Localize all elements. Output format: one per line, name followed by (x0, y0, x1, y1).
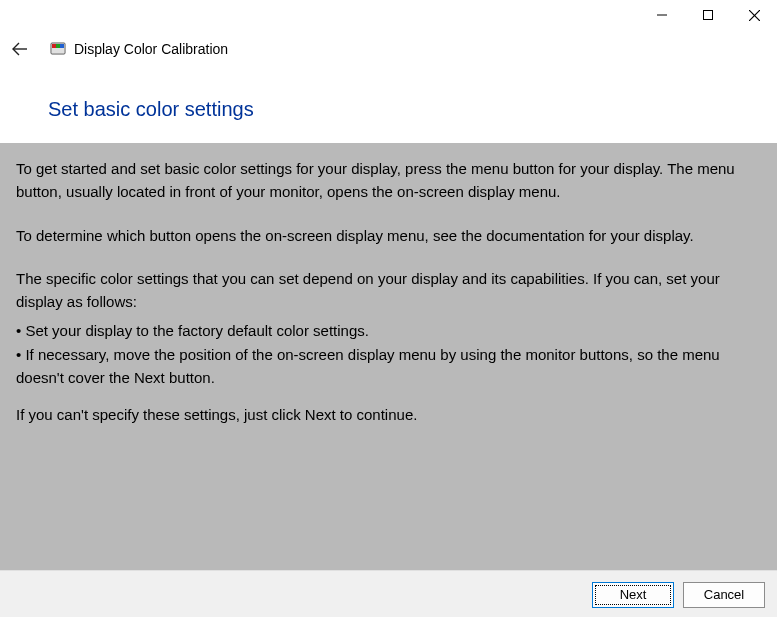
close-button[interactable] (731, 0, 777, 30)
paragraph-4: If you can't specify these settings, jus… (16, 403, 761, 426)
content-area: To get started and set basic color setti… (0, 143, 777, 570)
next-button[interactable]: Next (592, 582, 674, 608)
maximize-button[interactable] (685, 0, 731, 30)
close-icon (749, 10, 760, 21)
footer: Next Cancel (0, 570, 777, 617)
bullet-item-2: • If necessary, move the position of the… (16, 343, 761, 390)
paragraph-2: To determine which button opens the on-s… (16, 224, 761, 247)
app-title-wrap: Display Color Calibration (50, 41, 228, 57)
bullet-item-1: • Set your display to the factory defaul… (16, 319, 761, 342)
bullet-list: • Set your display to the factory defaul… (16, 319, 761, 389)
minimize-icon (657, 10, 667, 20)
minimize-button[interactable] (639, 0, 685, 30)
paragraph-3: The specific color settings that you can… (16, 267, 761, 314)
cancel-button[interactable]: Cancel (683, 582, 765, 608)
svg-rect-8 (60, 44, 64, 48)
svg-rect-1 (704, 11, 713, 20)
header-row: Display Color Calibration (0, 30, 777, 68)
maximize-icon (703, 10, 713, 20)
svg-rect-9 (52, 48, 64, 53)
next-button-label: Next (620, 587, 647, 602)
window-titlebar (0, 0, 777, 30)
app-icon (50, 41, 66, 57)
heading-area: Set basic color settings (0, 68, 777, 143)
svg-rect-6 (52, 44, 56, 48)
page-heading: Set basic color settings (48, 98, 777, 121)
app-title: Display Color Calibration (74, 41, 228, 57)
paragraph-1: To get started and set basic color setti… (16, 157, 761, 204)
back-arrow-icon (11, 40, 29, 58)
cancel-button-label: Cancel (704, 587, 744, 602)
back-button[interactable] (10, 39, 30, 59)
svg-rect-7 (56, 44, 60, 48)
